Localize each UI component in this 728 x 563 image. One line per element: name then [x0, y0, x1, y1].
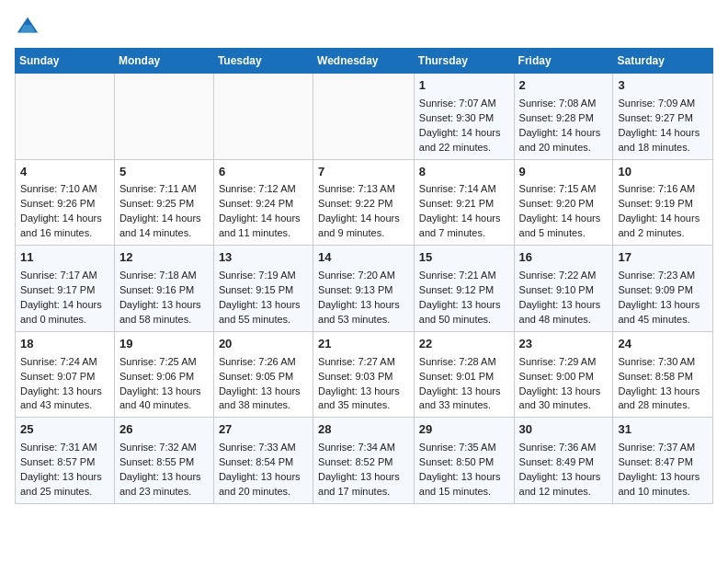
calendar-cell: 15Sunrise: 7:21 AMSunset: 9:12 PMDayligh… — [414, 246, 514, 332]
day-number: 4 — [20, 164, 109, 181]
sunset-text: Sunset: 8:50 PM — [419, 455, 509, 470]
daylight-text: Daylight: 13 hours and 55 minutes. — [219, 298, 308, 327]
sunrise-text: Sunrise: 7:25 AM — [119, 355, 209, 370]
sunset-text: Sunset: 9:09 PM — [618, 283, 708, 298]
sunset-text: Sunset: 8:52 PM — [318, 455, 409, 470]
sunrise-text: Sunrise: 7:16 AM — [618, 182, 708, 197]
calendar-week-row: 25Sunrise: 7:31 AMSunset: 8:57 PMDayligh… — [16, 418, 713, 504]
sunset-text: Sunset: 8:47 PM — [618, 455, 708, 470]
daylight-text: Daylight: 13 hours and 50 minutes. — [419, 298, 509, 327]
sunset-text: Sunset: 9:03 PM — [318, 370, 409, 385]
sunrise-text: Sunrise: 7:34 AM — [318, 441, 409, 455]
sunset-text: Sunset: 9:21 PM — [419, 197, 509, 212]
sunrise-text: Sunrise: 7:09 AM — [618, 97, 708, 111]
sunrise-text: Sunrise: 7:30 AM — [618, 355, 708, 370]
sunset-text: Sunset: 9:22 PM — [318, 197, 409, 212]
calendar-cell: 14Sunrise: 7:20 AMSunset: 9:13 PMDayligh… — [313, 246, 415, 332]
calendar-body: 1Sunrise: 7:07 AMSunset: 9:30 PMDaylight… — [16, 74, 713, 504]
sunset-text: Sunset: 9:00 PM — [519, 370, 609, 385]
day-number: 29 — [419, 421, 509, 439]
calendar-cell: 18Sunrise: 7:24 AMSunset: 9:07 PMDayligh… — [16, 331, 115, 418]
sunrise-text: Sunrise: 7:17 AM — [20, 269, 109, 283]
daylight-text: Daylight: 13 hours and 17 minutes. — [318, 470, 409, 500]
sunset-text: Sunset: 8:58 PM — [618, 370, 708, 385]
calendar-cell — [213, 74, 313, 160]
daylight-text: Daylight: 13 hours and 30 minutes. — [519, 385, 609, 414]
sunset-text: Sunset: 9:28 PM — [519, 111, 609, 126]
calendar-cell: 23Sunrise: 7:29 AMSunset: 9:00 PMDayligh… — [514, 331, 613, 418]
daylight-text: Daylight: 13 hours and 25 minutes. — [20, 470, 109, 500]
calendar-cell: 16Sunrise: 7:22 AMSunset: 9:10 PMDayligh… — [514, 246, 613, 332]
sunrise-text: Sunrise: 7:19 AM — [219, 269, 308, 283]
sunrise-text: Sunrise: 7:27 AM — [318, 355, 409, 370]
day-number: 20 — [219, 336, 308, 353]
sunrise-text: Sunrise: 7:08 AM — [519, 97, 609, 111]
daylight-text: Daylight: 13 hours and 43 minutes. — [20, 385, 109, 414]
daylight-text: Daylight: 14 hours and 16 minutes. — [20, 212, 109, 241]
day-number: 23 — [519, 336, 609, 353]
calendar-cell: 31Sunrise: 7:37 AMSunset: 8:47 PMDayligh… — [613, 418, 713, 504]
sunrise-text: Sunrise: 7:28 AM — [419, 355, 509, 370]
sunrise-text: Sunrise: 7:33 AM — [219, 441, 308, 455]
calendar-week-row: 11Sunrise: 7:17 AMSunset: 9:17 PMDayligh… — [16, 246, 713, 332]
day-number: 9 — [519, 164, 609, 181]
daylight-text: Daylight: 14 hours and 0 minutes. — [20, 298, 109, 327]
sunrise-text: Sunrise: 7:21 AM — [419, 269, 509, 283]
daylight-text: Daylight: 13 hours and 58 minutes. — [119, 298, 209, 327]
calendar-cell: 1Sunrise: 7:07 AMSunset: 9:30 PMDaylight… — [414, 74, 514, 160]
sunset-text: Sunset: 9:06 PM — [119, 370, 209, 385]
daylight-text: Daylight: 14 hours and 14 minutes. — [119, 212, 209, 241]
calendar-cell: 22Sunrise: 7:28 AMSunset: 9:01 PMDayligh… — [414, 331, 514, 418]
daylight-text: Daylight: 13 hours and 48 minutes. — [519, 298, 609, 327]
weekday-header: Tuesday — [213, 49, 313, 74]
daylight-text: Daylight: 13 hours and 45 minutes. — [618, 298, 708, 327]
calendar-cell: 8Sunrise: 7:14 AMSunset: 9:21 PMDaylight… — [414, 159, 514, 246]
sunrise-text: Sunrise: 7:32 AM — [119, 441, 209, 455]
sunset-text: Sunset: 9:30 PM — [419, 111, 509, 126]
calendar-cell: 3Sunrise: 7:09 AMSunset: 9:27 PMDaylight… — [613, 74, 713, 160]
sunrise-text: Sunrise: 7:12 AM — [219, 182, 308, 197]
daylight-text: Daylight: 13 hours and 15 minutes. — [419, 470, 509, 500]
daylight-text: Daylight: 14 hours and 9 minutes. — [318, 212, 409, 241]
daylight-text: Daylight: 13 hours and 33 minutes. — [419, 385, 509, 414]
day-number: 26 — [119, 421, 209, 439]
calendar-header: SundayMondayTuesdayWednesdayThursdayFrid… — [16, 49, 713, 74]
sunset-text: Sunset: 8:49 PM — [519, 455, 609, 470]
daylight-text: Daylight: 13 hours and 20 minutes. — [219, 470, 308, 500]
sunrise-text: Sunrise: 7:26 AM — [219, 355, 308, 370]
daylight-text: Daylight: 13 hours and 23 minutes. — [119, 470, 209, 500]
day-number: 21 — [318, 336, 409, 353]
sunset-text: Sunset: 9:25 PM — [119, 197, 209, 212]
day-number: 31 — [618, 421, 708, 439]
sunset-text: Sunset: 9:15 PM — [219, 283, 308, 298]
daylight-text: Daylight: 14 hours and 11 minutes. — [219, 212, 308, 241]
sunset-text: Sunset: 9:27 PM — [618, 111, 708, 126]
calendar-cell: 27Sunrise: 7:33 AMSunset: 8:54 PMDayligh… — [213, 418, 313, 504]
sunset-text: Sunset: 9:05 PM — [219, 370, 308, 385]
sunrise-text: Sunrise: 7:10 AM — [20, 182, 109, 197]
calendar-cell: 26Sunrise: 7:32 AMSunset: 8:55 PMDayligh… — [114, 418, 213, 504]
sunrise-text: Sunrise: 7:37 AM — [618, 441, 708, 455]
calendar-cell: 12Sunrise: 7:18 AMSunset: 9:16 PMDayligh… — [114, 246, 213, 332]
sunrise-text: Sunrise: 7:07 AM — [419, 97, 509, 111]
daylight-text: Daylight: 13 hours and 40 minutes. — [119, 385, 209, 414]
day-number: 27 — [219, 421, 308, 439]
calendar-cell: 7Sunrise: 7:13 AMSunset: 9:22 PMDaylight… — [313, 159, 415, 246]
calendar-cell: 6Sunrise: 7:12 AMSunset: 9:24 PMDaylight… — [213, 159, 313, 246]
weekday-header: Monday — [114, 49, 213, 74]
sunrise-text: Sunrise: 7:20 AM — [318, 269, 409, 283]
day-number: 10 — [618, 164, 708, 181]
daylight-text: Daylight: 13 hours and 53 minutes. — [318, 298, 409, 327]
day-number: 3 — [618, 77, 708, 95]
day-number: 6 — [219, 164, 308, 181]
page-container: SundayMondayTuesdayWednesdayThursdayFrid… — [15, 15, 713, 504]
day-number: 30 — [519, 421, 609, 439]
sunset-text: Sunset: 8:54 PM — [219, 455, 308, 470]
sunrise-text: Sunrise: 7:14 AM — [419, 182, 509, 197]
sunset-text: Sunset: 9:13 PM — [318, 283, 409, 298]
calendar-cell: 28Sunrise: 7:34 AMSunset: 8:52 PMDayligh… — [313, 418, 415, 504]
day-number: 7 — [318, 164, 409, 181]
day-number: 5 — [119, 164, 209, 181]
day-number: 2 — [519, 77, 609, 95]
calendar-cell: 25Sunrise: 7:31 AMSunset: 8:57 PMDayligh… — [16, 418, 115, 504]
